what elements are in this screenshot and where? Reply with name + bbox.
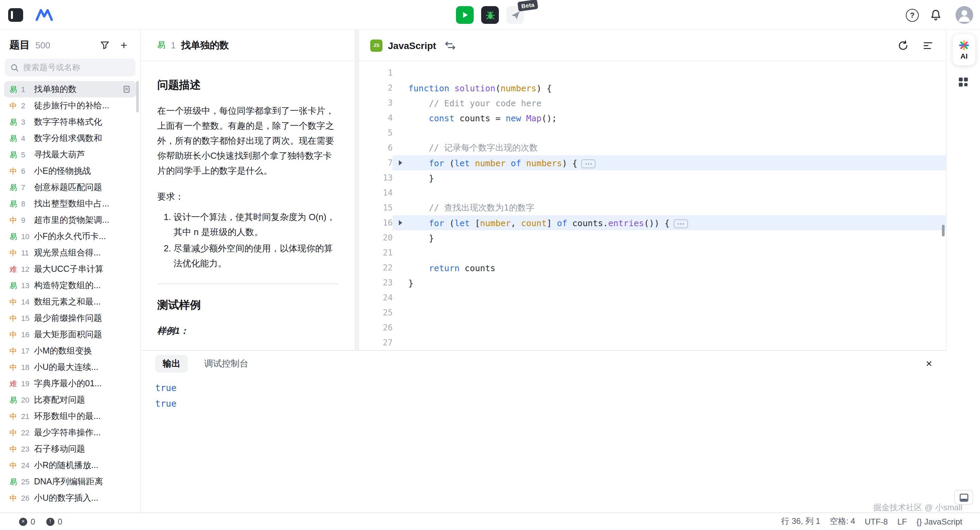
folded-code-marker[interactable]: ⋯ xyxy=(674,219,688,228)
errors-count[interactable]: 0 xyxy=(30,517,35,526)
line-number: 20 xyxy=(360,233,393,243)
problem-item[interactable]: 易7创意标题匹配问题 xyxy=(4,179,136,196)
problem-item-number: 23 xyxy=(21,445,30,453)
code-line[interactable]: 24 xyxy=(360,290,946,305)
ai-assistant-button[interactable]: AI xyxy=(953,34,975,65)
line-number: 26 xyxy=(360,323,393,332)
difficulty-badge: 中 xyxy=(10,247,18,258)
problem-item[interactable]: 中23石子移动问题 xyxy=(4,441,136,457)
format-code-icon[interactable] xyxy=(920,38,935,53)
language-mode[interactable]: {} JavaScript xyxy=(916,517,962,526)
problem-item[interactable]: 中22最少字符串操作... xyxy=(4,425,136,441)
problem-item[interactable]: 中14数组元素之和最... xyxy=(4,294,136,310)
problem-item[interactable]: 易25DNA序列编辑距离 xyxy=(4,473,136,490)
problem-item-title: 字典序最小的01... xyxy=(34,378,130,390)
code-line[interactable]: 7 for (let number of numbers) {⋯ xyxy=(360,155,946,170)
tab-debug-console[interactable]: 调试控制台 xyxy=(204,358,248,370)
line-number: 15 xyxy=(360,203,393,212)
close-console-icon[interactable] xyxy=(921,356,937,372)
code-area[interactable]: 12function solution(numbers) {3 // Edit … xyxy=(360,65,946,350)
problem-item[interactable]: 中15最少前缀操作问题 xyxy=(4,310,136,326)
help-icon[interactable] xyxy=(906,8,919,21)
code-line[interactable]: 25 xyxy=(360,305,946,320)
problem-item[interactable]: 中26小U的数字插入... xyxy=(4,490,136,506)
problem-item[interactable]: 易10小F的永久代币卡... xyxy=(4,228,136,244)
editor-scrollbar[interactable] xyxy=(942,225,945,236)
code-line[interactable]: 26 xyxy=(360,320,946,335)
problem-item[interactable]: 易5寻找最大葫芦 xyxy=(4,147,136,163)
problem-item[interactable]: 中16最大矩形面积问题 xyxy=(4,326,136,343)
code-line[interactable]: 23} xyxy=(360,275,946,290)
code-line[interactable]: 1 xyxy=(360,65,946,80)
line-number: 7 xyxy=(360,158,393,168)
search-icon xyxy=(10,63,19,72)
problem-item-title: 观光景点组合得... xyxy=(34,247,130,259)
add-icon[interactable] xyxy=(117,38,130,52)
code-line[interactable]: 13 } xyxy=(360,170,946,185)
code-line[interactable]: 4 const counts = new Map(); xyxy=(360,110,946,125)
problem-item[interactable]: 中24小R的随机播放... xyxy=(4,457,136,473)
fold-chevron-icon[interactable] xyxy=(393,160,408,166)
cursor-position[interactable]: 行 36, 列 1 xyxy=(781,516,821,527)
problem-item[interactable]: 中6小E的怪物挑战 xyxy=(4,163,136,179)
problem-item-title: 徒步旅行中的补给... xyxy=(34,100,130,112)
code-line[interactable]: 15 // 查找出现次数为1的数字 xyxy=(360,200,946,215)
brand-logo[interactable] xyxy=(35,8,55,22)
problem-list: 易1找单独的数中2徒步旅行中的补给...易3数字字符串格式化易4数字分组求偶数和… xyxy=(0,81,140,512)
code-line[interactable]: 16 for (let [number, count] of counts.en… xyxy=(360,215,946,230)
sidebar-scrollbar[interactable] xyxy=(136,81,139,112)
problem-item-number: 12 xyxy=(21,265,30,273)
problem-title: 找单独的数 xyxy=(181,39,229,51)
code-line[interactable]: 6 // 记录每个数字出现的次数 xyxy=(360,140,946,155)
code-line[interactable]: 14 xyxy=(360,185,946,200)
problem-item[interactable]: 中18小U的最大连续... xyxy=(4,359,136,375)
filter-icon[interactable] xyxy=(98,38,111,52)
code-line[interactable]: 27 xyxy=(360,335,946,350)
problem-item-title: 构造特定数组的... xyxy=(34,279,130,291)
sidebar-toggle-icon[interactable] xyxy=(8,8,23,22)
code-line[interactable]: 3 // Edit your code here xyxy=(360,95,946,110)
problem-item[interactable]: 易20比赛配对问题 xyxy=(4,392,136,408)
line-number: 13 xyxy=(360,173,393,183)
errors-icon[interactable] xyxy=(19,517,27,525)
problem-item[interactable]: 难12最大UCC子串计算 xyxy=(4,261,136,277)
problem-item[interactable]: 易4数字分组求偶数和 xyxy=(4,130,136,147)
warnings-count[interactable]: 0 xyxy=(57,517,62,526)
problem-item[interactable]: 中2徒步旅行中的补给... xyxy=(4,97,136,114)
reset-code-icon[interactable] xyxy=(896,38,911,53)
eol-setting[interactable]: LF xyxy=(897,517,907,526)
code-line[interactable]: 2function solution(numbers) { xyxy=(360,80,946,95)
folded-code-marker[interactable]: ⋯ xyxy=(582,159,596,168)
code-line[interactable]: 20 } xyxy=(360,230,946,245)
difficulty-badge: 易 xyxy=(10,182,18,192)
problem-item[interactable]: 中9超市里的货物架调... xyxy=(4,212,136,228)
search-input[interactable] xyxy=(23,63,130,72)
fold-chevron-icon[interactable] xyxy=(393,220,408,225)
problem-item[interactable]: 中17小M的数组变换 xyxy=(4,343,136,359)
line-number: 14 xyxy=(360,188,393,198)
widgets-icon[interactable] xyxy=(958,76,969,88)
problem-item[interactable]: 易13构造特定数组的... xyxy=(4,277,136,294)
code-line[interactable]: 22 return counts xyxy=(360,260,946,275)
switch-language-icon[interactable] xyxy=(443,38,458,53)
problem-item[interactable]: 易3数字字符串格式化 xyxy=(4,114,136,130)
problem-item[interactable]: 中21环形数组中的最... xyxy=(4,408,136,425)
encoding-setting[interactable]: UTF-8 xyxy=(865,517,888,526)
problem-item-number: 18 xyxy=(21,363,30,371)
user-avatar[interactable] xyxy=(956,6,973,24)
notification-bell-icon[interactable] xyxy=(930,9,942,21)
warnings-icon[interactable] xyxy=(46,517,54,525)
problem-count: 500 xyxy=(35,40,98,50)
code-line[interactable]: 21 xyxy=(360,245,946,260)
code-line[interactable]: 5 xyxy=(360,125,946,140)
problem-item[interactable]: 易8找出整型数组中占... xyxy=(4,196,136,212)
problem-item[interactable]: 难19字典序最小的01... xyxy=(4,375,136,392)
debug-button[interactable] xyxy=(481,6,499,24)
problem-item-title: 找单独的数 xyxy=(34,83,119,95)
tab-output[interactable]: 输出 xyxy=(155,355,188,373)
problem-item[interactable]: 易1找单独的数 xyxy=(4,81,136,97)
indent-setting[interactable]: 空格: 4 xyxy=(830,516,856,527)
run-button[interactable] xyxy=(456,6,474,24)
problem-item[interactable]: 中11观光景点组合得... xyxy=(4,244,136,261)
submit-button[interactable]: Beta xyxy=(506,6,524,24)
